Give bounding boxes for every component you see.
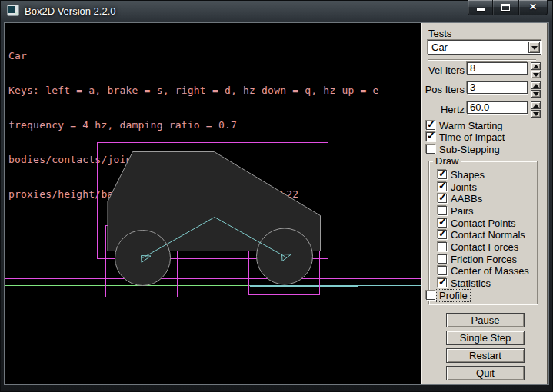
quit-button[interactable]: Quit (446, 366, 525, 380)
hertz-label: Hertz (422, 104, 465, 115)
checkbox-box: ✓ (438, 182, 447, 191)
draw-group-label: Draw (433, 155, 461, 167)
checkbox-label: Sub-Stepping (439, 144, 500, 155)
pause-button[interactable]: Pause (446, 313, 525, 327)
checkbox-box: ✓ (426, 132, 435, 141)
window-title: Box2D Version 2.2.0 (25, 5, 116, 17)
hertz-spinner (531, 101, 541, 118)
checkbox-box: ✓ (426, 121, 435, 130)
vel-iters-label: Vel Iters (422, 65, 465, 76)
hertz-spinner-up-button[interactable] (531, 101, 541, 109)
client-area: Car Keys: left = a, brake = s, right = d… (5, 23, 548, 384)
vel-iters-spinner-up-button[interactable] (531, 62, 541, 70)
checkbox-label: AABBs (451, 193, 482, 204)
close-button[interactable]: ✕ (518, 0, 548, 15)
checkbox-label: Center of Masses (451, 265, 529, 277)
pos-iters-spinner-up-button[interactable] (531, 81, 541, 89)
pos-iters-spinner-down-button[interactable] (531, 90, 541, 98)
close-icon: ✕ (519, 2, 547, 12)
checkbox-label: Pairs (451, 205, 474, 217)
checkbox-box: ✓ (438, 278, 447, 287)
hertz-field[interactable]: 60.0 (467, 101, 528, 114)
single-step-button[interactable]: Single Step (446, 331, 525, 345)
checkbox-box: ✓ (438, 194, 447, 203)
arrow-down-icon (533, 112, 539, 116)
check-icon: ✓ (427, 130, 435, 141)
app-window: Box2D Version 2.2.0 ✕ Car Keys: left = a… (0, 0, 553, 392)
arrow-up-icon (533, 84, 539, 88)
arrow-up-icon (533, 104, 539, 108)
check-icon: ✓ (438, 191, 447, 203)
arrow-down-icon (533, 92, 539, 96)
checkbox-label: Shapes (451, 169, 485, 181)
checkbox-box (426, 291, 435, 300)
checkbox-box (426, 145, 435, 154)
control-panel: Tests Car Vel Iters 8 Pos Iters 3 (421, 23, 548, 384)
pos-iters-label: Pos Iters (422, 84, 465, 95)
tests-dropdown-button[interactable] (528, 42, 540, 53)
checkbox-label: Statistics (451, 277, 491, 289)
pos-iters-field[interactable]: 3 (467, 81, 528, 94)
check-icon: ✓ (438, 168, 447, 179)
tests-label: Tests (428, 28, 451, 39)
check-icon: ✓ (427, 118, 435, 130)
restart-button[interactable]: Restart (446, 348, 525, 363)
checkbox-box: ✓ (438, 218, 447, 228)
check-icon: ✓ (438, 180, 447, 191)
physics-scene (5, 23, 421, 384)
vel-iters-spinner (531, 62, 541, 78)
chevron-down-icon (531, 46, 538, 50)
checkbox-label: Contact Points (451, 218, 516, 229)
maximize-button[interactable] (493, 0, 518, 15)
checkbox-box: ✓ (438, 170, 447, 179)
vel-iters-spinner-down-button[interactable] (531, 71, 541, 78)
checkbox-box (438, 254, 447, 264)
checkbox-label: Friction Forces (451, 254, 517, 265)
checkbox-box (438, 266, 447, 275)
checkbox-box (438, 206, 447, 215)
minimize-icon (477, 8, 485, 11)
caption-button-group: ✕ (468, 0, 548, 15)
vel-iters-field[interactable]: 8 (467, 62, 528, 75)
checkbox-label-focused: Profile (437, 290, 470, 301)
check-icon: ✓ (438, 216, 447, 228)
pos-iters-spinner (531, 81, 541, 98)
tests-dropdown-value: Car (431, 42, 448, 53)
maximize-icon (501, 4, 510, 11)
checkbox-box (438, 242, 447, 251)
checkbox-label: Contact Forces (451, 241, 518, 253)
check-icon: ✓ (438, 276, 447, 287)
checkbox-label: Contact Normals (451, 229, 525, 241)
checkbox-label: Warm Starting (439, 120, 503, 131)
minimize-button[interactable] (468, 0, 493, 15)
checkbox-box: ✓ (438, 230, 447, 239)
app-icon-dot (15, 12, 18, 15)
app-icon (7, 5, 19, 16)
title-bar[interactable]: Box2D Version 2.2.0 ✕ (0, 0, 553, 23)
hertz-spinner-down-button[interactable] (531, 110, 541, 118)
arrow-down-icon (533, 73, 539, 77)
checkbox-label: Time of Impact (439, 131, 505, 143)
arrow-up-icon (533, 65, 539, 68)
checkbox-label: Joints (451, 181, 477, 193)
simulation-canvas[interactable]: Car Keys: left = a, brake = s, right = d… (5, 23, 421, 384)
tests-dropdown[interactable]: Car (428, 40, 541, 55)
check-icon: ✓ (438, 228, 447, 239)
separator-line (428, 59, 536, 61)
